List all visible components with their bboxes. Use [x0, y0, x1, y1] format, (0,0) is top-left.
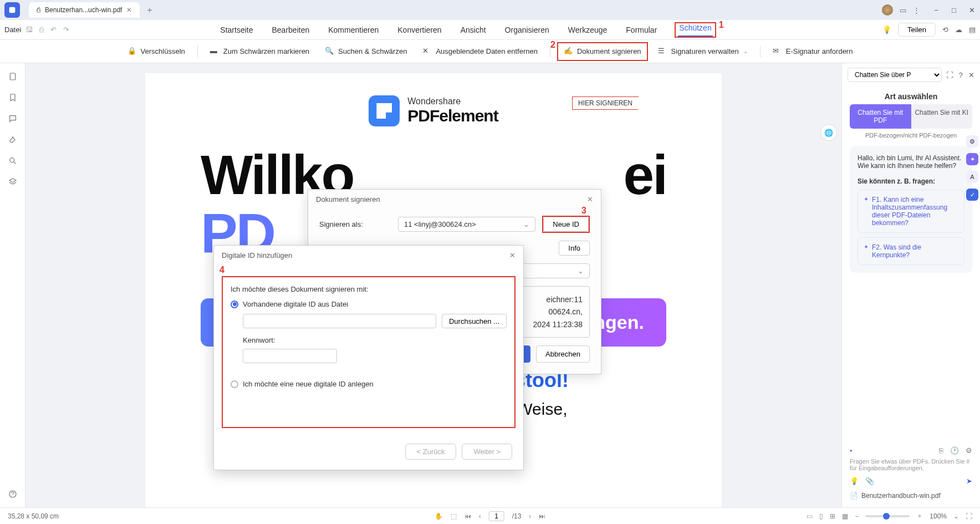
search-icon[interactable] [8, 156, 17, 165]
undo-icon[interactable]: ↶ [50, 26, 57, 34]
tool-sign-document[interactable]: ✍Dokument signieren [558, 43, 647, 60]
prev-page-icon[interactable]: ‹ [479, 512, 481, 520]
tool-search-redact[interactable]: 🔍Suchen & Schwärzen [319, 43, 412, 60]
last-page-icon[interactable]: ⏭ [539, 512, 545, 520]
history-icon[interactable]: 🕐 [950, 446, 959, 455]
zoom-slider[interactable] [865, 515, 910, 517]
suggestion-1[interactable]: F1. Kann ich eine Inhaltszusammenfassung… [858, 190, 964, 233]
greeting-text: Hallo, ich bin Lumi, Ihr AI Assistent. W… [858, 154, 964, 170]
suggestion-2[interactable]: F2. Was sind die Kernpunkte? [858, 237, 964, 265]
layers-icon[interactable] [8, 177, 17, 186]
expand-icon[interactable]: ⛶ [946, 71, 953, 79]
sign-here-callout[interactable]: HIER SIGNIEREN [572, 96, 639, 110]
avatar[interactable] [882, 4, 893, 16]
info-button[interactable]: Info [559, 241, 590, 256]
tab-ansicht[interactable]: Ansicht [460, 22, 487, 38]
calendar-icon[interactable]: ▤ [969, 26, 976, 34]
print-icon[interactable]: ⎙ [39, 26, 44, 34]
tab-formular[interactable]: Formular [625, 22, 658, 38]
close-window-button[interactable]: ✕ [968, 6, 976, 14]
bookmarks-icon[interactable] [8, 93, 17, 102]
file-path-input[interactable] [243, 314, 436, 328]
view-mode-1-icon[interactable]: ▭ [807, 512, 813, 520]
document-tab[interactable]: ⎙ Benutzerhan...uch-win.pdf ✕ [29, 2, 140, 18]
view-mode-4-icon[interactable]: ▦ [842, 512, 848, 520]
tool-mark-redact[interactable]: ▬Zum Schwärzen markieren [205, 43, 315, 60]
dialog1-close-icon[interactable]: ✕ [587, 195, 593, 204]
adjust-icon[interactable]: ⚙ [966, 135, 978, 147]
help-icon[interactable]: ? [959, 71, 963, 79]
select-tool-icon[interactable]: ⬚ [451, 512, 457, 520]
file-menu[interactable]: Datei [4, 26, 21, 34]
ai-panel: Chatten Sie über P ⛶ ? ✕ Art auswählen C… [841, 63, 980, 507]
next-button[interactable]: Weiter > [462, 444, 512, 460]
ai-icon[interactable]: ✦ [966, 153, 978, 165]
zoom-out-icon[interactable]: − [855, 512, 859, 520]
attach-icon[interactable]: 📎 [865, 477, 874, 485]
sync-icon[interactable]: ⟲ [942, 26, 948, 34]
zoom-in-icon[interactable]: ＋ [916, 511, 923, 521]
bulb-icon[interactable]: 💡 [850, 477, 859, 485]
hand-tool-icon[interactable]: ✋ [435, 512, 443, 520]
bulb-icon[interactable]: 💡 [882, 26, 891, 34]
chat-scope-select[interactable]: Chatten Sie über P [848, 68, 942, 82]
tool-remove-hidden[interactable]: ✕Ausgeblendete Daten entfernen [417, 43, 543, 60]
view-mode-3-icon[interactable]: ⊞ [830, 512, 835, 520]
more-icon[interactable]: ⋮ [913, 6, 920, 14]
cancel-button[interactable]: Abbrechen [536, 345, 590, 363]
tab-konvertieren[interactable]: Konvertieren [396, 22, 442, 38]
app-icon[interactable] [4, 2, 20, 18]
first-page-icon[interactable]: ⏮ [465, 512, 471, 520]
tab-werkzeuge[interactable]: Werkzeuge [567, 22, 609, 38]
browse-button[interactable]: Durchsuchen ... [442, 314, 507, 328]
chat-icon[interactable]: ▪ [850, 446, 853, 455]
tool-request-esign[interactable]: ✉E-Signatur anfordern [767, 43, 859, 60]
sign-as-select[interactable]: 11 <linyj@300624.cn>⌄ [398, 217, 535, 232]
page-dimensions: 35,28 x 50,09 cm [8, 512, 59, 520]
fullscreen-icon[interactable]: ⛶ [966, 512, 972, 520]
tab-startseite[interactable]: Startseite [219, 22, 254, 38]
tool-manage-signatures[interactable]: ☰Signaturen verwalten [652, 43, 753, 60]
redo-icon[interactable]: ↷ [63, 26, 69, 34]
share-button[interactable]: Teilen [898, 23, 936, 37]
dialog2-close-icon[interactable]: ✕ [509, 251, 515, 260]
tab-organisieren[interactable]: Organisieren [504, 22, 550, 38]
bookmark-icon: ⎙ [37, 6, 40, 14]
attached-file[interactable]: 📄 Benutzerhandbuch-win.pdf [850, 492, 972, 500]
settings-icon[interactable]: ⚙ [966, 446, 972, 455]
tab-schuetzen[interactable]: Schützen [678, 20, 712, 37]
save-icon[interactable]: 🖫 [25, 26, 33, 34]
maximize-button[interactable]: □ [950, 6, 958, 14]
cloud-icon[interactable]: ☁ [955, 26, 962, 34]
radio-existing[interactable] [231, 301, 238, 308]
password-input[interactable] [243, 349, 337, 363]
doc-icon[interactable]: A [966, 171, 978, 183]
back-button[interactable]: < Zurück [405, 444, 457, 460]
view-mode-2-icon[interactable]: ▯ [819, 512, 823, 520]
translate-icon[interactable]: 🌐 [820, 124, 837, 141]
chat-icon[interactable]: ▭ [900, 6, 906, 14]
radio-new[interactable] [231, 380, 238, 388]
tab-kommentieren[interactable]: Kommentieren [327, 22, 380, 38]
toggle-chat-pdf[interactable]: Chatten Sie mit PDF [850, 104, 911, 129]
check-icon[interactable]: ✓ [966, 189, 978, 201]
add-tab-button[interactable]: ＋ [145, 4, 154, 16]
thumbnails-icon[interactable] [8, 72, 17, 81]
new-id-button[interactable]: Neue ID [543, 217, 589, 232]
toggle-chat-ai[interactable]: Chatten Sie mit KI [911, 104, 973, 129]
option-existing-id[interactable]: Vorhandene digitale ID aus Datei [231, 300, 507, 308]
attachments-icon[interactable] [8, 135, 17, 144]
page-number-input[interactable] [489, 511, 504, 521]
opt2-label: Ich möchte eine neue digitale ID anlegen [243, 380, 374, 388]
tab-bearbeiten[interactable]: Bearbeiten [271, 22, 311, 38]
send-button[interactable]: ➤ [966, 477, 972, 485]
close-tab-icon[interactable]: ✕ [126, 6, 132, 14]
copy-icon[interactable]: ⎘ [939, 446, 943, 455]
tool-encrypt[interactable]: 🔒Verschlüsseln [122, 43, 191, 60]
close-panel-icon[interactable]: ✕ [968, 71, 974, 79]
option-new-id[interactable]: Ich möchte eine neue digitale ID anlegen [231, 380, 507, 388]
minimize-button[interactable]: − [932, 6, 940, 14]
help-icon[interactable] [8, 490, 17, 498]
next-page-icon[interactable]: › [529, 512, 531, 520]
comments-icon[interactable] [8, 114, 17, 123]
